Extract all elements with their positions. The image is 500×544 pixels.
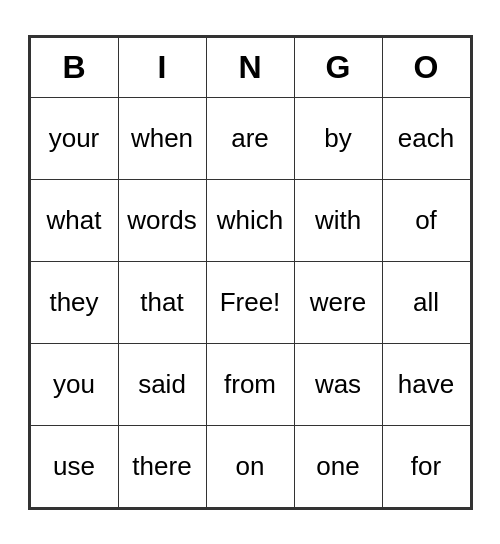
cell-r0-c1: when <box>118 97 206 179</box>
header-cell-i: I <box>118 37 206 97</box>
cell-r1-c4: of <box>382 179 470 261</box>
cell-r0-c0: your <box>30 97 118 179</box>
cell-r4-c1: there <box>118 425 206 507</box>
cell-r3-c4: have <box>382 343 470 425</box>
header-cell-b: B <box>30 37 118 97</box>
cell-r1-c3: with <box>294 179 382 261</box>
cell-r1-c1: words <box>118 179 206 261</box>
cell-r2-c1: that <box>118 261 206 343</box>
cell-r0-c2: are <box>206 97 294 179</box>
bingo-card: BINGO yourwhenarebyeachwhatwordswhichwit… <box>28 35 473 510</box>
header-row: BINGO <box>30 37 470 97</box>
table-row: whatwordswhichwithof <box>30 179 470 261</box>
cell-r2-c3: were <box>294 261 382 343</box>
table-row: usethereononefor <box>30 425 470 507</box>
table-row: theythatFree!wereall <box>30 261 470 343</box>
cell-r2-c0: they <box>30 261 118 343</box>
cell-r4-c4: for <box>382 425 470 507</box>
cell-r2-c4: all <box>382 261 470 343</box>
cell-r3-c3: was <box>294 343 382 425</box>
header-cell-g: G <box>294 37 382 97</box>
header-cell-n: N <box>206 37 294 97</box>
table-row: yourwhenarebyeach <box>30 97 470 179</box>
cell-r0-c3: by <box>294 97 382 179</box>
cell-r3-c2: from <box>206 343 294 425</box>
cell-r0-c4: each <box>382 97 470 179</box>
table-row: yousaidfromwashave <box>30 343 470 425</box>
cell-r4-c0: use <box>30 425 118 507</box>
cell-r2-c2: Free! <box>206 261 294 343</box>
cell-r3-c1: said <box>118 343 206 425</box>
cell-r1-c2: which <box>206 179 294 261</box>
cell-r3-c0: you <box>30 343 118 425</box>
cell-r4-c3: one <box>294 425 382 507</box>
bingo-table: BINGO yourwhenarebyeachwhatwordswhichwit… <box>30 37 471 508</box>
cell-r1-c0: what <box>30 179 118 261</box>
header-cell-o: O <box>382 37 470 97</box>
cell-r4-c2: on <box>206 425 294 507</box>
